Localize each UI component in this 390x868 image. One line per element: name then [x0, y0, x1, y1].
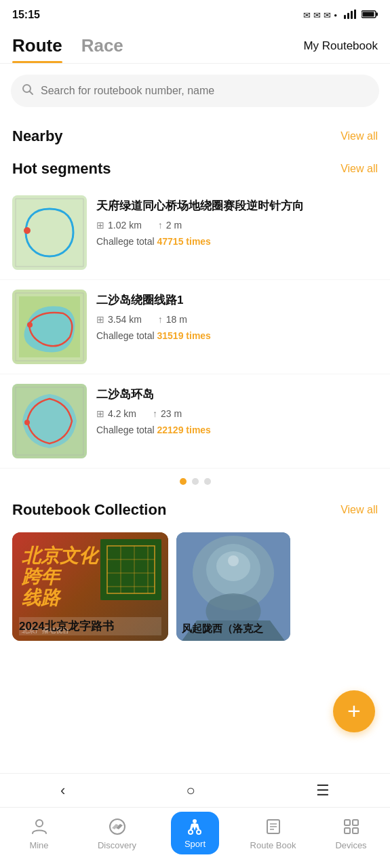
search-input[interactable] — [41, 85, 368, 97]
routebook-section: Routebook Collection View all 北京文化跨年线路 — [0, 494, 390, 652]
devices-label: Devices — [335, 840, 366, 850]
mail-icon-3: ✉ — [324, 10, 331, 20]
distance-value-1: 1.02 km — [108, 220, 142, 231]
svg-point-14 — [27, 322, 33, 328]
svg-rect-46 — [353, 828, 358, 833]
header: Route Race My Routebook — [0, 30, 390, 64]
nav-item-discovery[interactable]: Discovery — [78, 816, 156, 850]
routebook-header: Routebook Collection View all — [0, 494, 390, 527]
segment-item-1[interactable]: 天府绿道同心桥场地绕圈赛段逆时针方向 ⊞ 1.02 km ↑ 2 m Chall… — [0, 186, 390, 280]
svg-rect-0 — [344, 15, 346, 19]
dot-3[interactable] — [204, 478, 211, 485]
mine-label: Mine — [29, 840, 48, 850]
elevation-stat-2: ↑ 18 m — [158, 314, 187, 325]
segment-stats-2: ⊞ 3.54 km ↑ 18 m — [96, 314, 378, 325]
sport-icon — [185, 817, 204, 836]
fab-add-button[interactable]: + — [333, 690, 375, 732]
svg-rect-19 — [100, 539, 161, 600]
elevation-value-3: 23 m — [161, 408, 182, 419]
segment-title-3: 二沙岛环岛 — [96, 387, 378, 403]
distance-value-2: 3.54 km — [108, 314, 142, 325]
sport-label: Sport — [184, 839, 206, 849]
nearby-header: Nearby View all — [0, 121, 390, 153]
challenge-text-3: Challege total 22129 times — [96, 425, 378, 435]
plus-icon: + — [347, 699, 361, 722]
dot-1[interactable] — [180, 478, 187, 485]
home-button[interactable]: ○ — [187, 782, 195, 800]
segment-info-1: 天府绿道同心桥场地绕圈赛段逆时针方向 ⊞ 1.02 km ↑ 2 m Chall… — [96, 195, 378, 247]
collection-card-2[interactable]: 风起陇西（洛克之 — [176, 532, 290, 641]
collection-card-1[interactable]: 北京文化跨年线路 北京广播电视台 — [12, 532, 168, 641]
svg-point-36 — [193, 819, 197, 823]
tab-race[interactable]: Race — [81, 35, 123, 63]
status-bar: 15:15 ✉ ✉ ✉ ● — [0, 0, 390, 30]
bottom-nav: Mine Discovery Sport — [0, 807, 390, 868]
nav-item-mine[interactable]: Mine — [0, 816, 78, 850]
segment-item-3[interactable]: 二沙岛环岛 ⊞ 4.2 km ↑ 23 m Challege total 221… — [0, 374, 390, 469]
search-container — [0, 64, 390, 118]
collection-grid: 北京文化跨年线路 北京广播电视台 — [0, 527, 390, 652]
challenge-count-3: 22129 times — [157, 425, 211, 435]
segment-map-2 — [12, 290, 87, 364]
card2-title: 风起陇西（洛克之 — [182, 623, 285, 635]
svg-point-31 — [228, 555, 239, 566]
hot-segments-title: Hot segments — [12, 160, 111, 178]
search-icon — [22, 83, 34, 99]
segment-item-2[interactable]: 二沙岛绕圈线路1 ⊞ 3.54 km ↑ 18 m Challege total… — [0, 280, 390, 374]
recents-button[interactable]: ☰ — [316, 782, 330, 800]
routebook-view-all[interactable]: View all — [340, 504, 378, 516]
system-nav-bar: ‹ ○ ☰ — [0, 773, 390, 807]
status-time: 15:15 — [12, 9, 40, 21]
nearby-title: Nearby — [12, 127, 63, 145]
distance-stat-3: ⊞ 4.2 km — [96, 408, 136, 419]
back-button[interactable]: ‹ — [60, 782, 65, 800]
routebook-label: Route Book — [250, 840, 296, 850]
segment-map-3 — [12, 384, 87, 458]
battery-icon — [362, 10, 378, 20]
svg-point-10 — [24, 227, 31, 234]
svg-rect-44 — [353, 820, 358, 825]
search-bar[interactable] — [11, 75, 379, 107]
my-routebook-link[interactable]: My Routebook — [303, 39, 378, 60]
nearby-view-all[interactable]: View all — [340, 130, 378, 142]
segment-title-1: 天府绿道同心桥场地绕圈赛段逆时针方向 — [96, 198, 378, 214]
svg-point-37 — [189, 830, 193, 834]
segment-info-2: 二沙岛绕圈线路1 ⊞ 3.54 km ↑ 18 m Challege total… — [96, 290, 378, 341]
elevation-icon-1: ↑ — [158, 220, 163, 231]
challenge-count-2: 31519 times — [157, 330, 211, 341]
nav-item-routebook[interactable]: Route Book — [234, 816, 312, 850]
nearby-section: Nearby View all — [0, 118, 390, 153]
dot-2[interactable] — [192, 478, 199, 485]
mail-icon-1: ✉ — [303, 10, 311, 20]
svg-rect-45 — [345, 828, 350, 833]
distance-icon-3: ⊞ — [96, 408, 104, 419]
card1-title: 2024北京龙字路书 — [19, 617, 161, 635]
tab-route[interactable]: Route — [12, 35, 62, 63]
svg-rect-3 — [354, 9, 356, 19]
svg-rect-5 — [376, 12, 378, 16]
status-icons: ✉ ✉ ✉ ● — [303, 9, 378, 21]
distance-icon-2: ⊞ — [96, 314, 104, 325]
distance-stat-2: ⊞ 3.54 km — [96, 314, 142, 325]
distance-stat-1: ⊞ 1.02 km — [96, 220, 142, 231]
svg-rect-9 — [12, 195, 87, 270]
discovery-label: Discovery — [98, 840, 136, 850]
nav-item-sport[interactable]: Sport — [156, 812, 234, 854]
mine-icon — [28, 816, 50, 837]
svg-rect-6 — [363, 12, 374, 16]
distance-icon-1: ⊞ — [96, 220, 104, 231]
challenge-text-1: Challege total 47715 times — [96, 236, 378, 247]
svg-line-8 — [30, 91, 33, 94]
svg-rect-1 — [347, 13, 349, 19]
card1-main-text: 北京文化跨年线路 — [22, 546, 98, 608]
svg-point-38 — [197, 830, 201, 834]
nav-item-devices[interactable]: Devices — [312, 816, 390, 850]
hot-segments-view-all[interactable]: View all — [340, 163, 378, 175]
challenge-count-1: 47715 times — [157, 236, 211, 247]
discovery-icon — [106, 816, 128, 837]
routebook-icon — [262, 816, 284, 837]
segment-stats-3: ⊞ 4.2 km ↑ 23 m — [96, 408, 378, 419]
elevation-icon-3: ↑ — [153, 408, 157, 419]
segment-info-3: 二沙岛环岛 ⊞ 4.2 km ↑ 23 m Challege total 221… — [96, 384, 378, 435]
elevation-value-2: 18 m — [166, 314, 187, 325]
